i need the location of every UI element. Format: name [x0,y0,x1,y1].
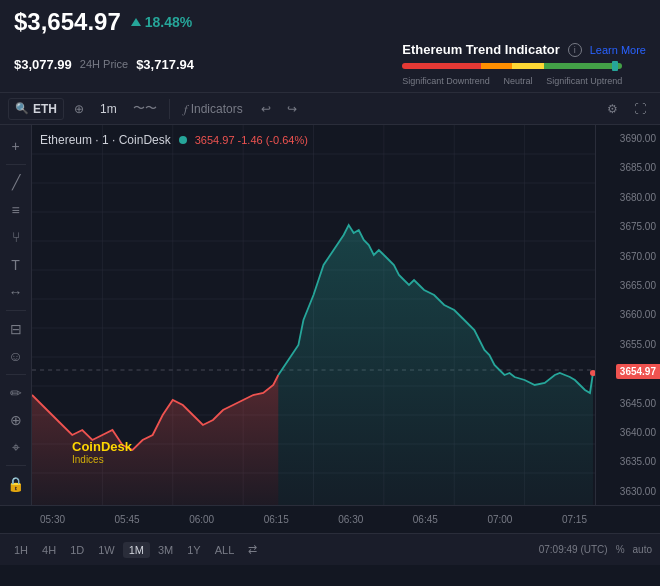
trend-bar-yellow [512,63,543,69]
timeframe-1y[interactable]: 1Y [181,542,206,558]
time-label-3: 06:00 [189,514,214,525]
timeframe-button[interactable]: 1m [94,99,123,119]
time-label-8: 07:15 [562,514,587,525]
price-tick-12: 3635.00 [600,456,656,467]
time-axis: 05:30 05:45 06:00 06:15 06:30 06:45 07:0… [0,505,660,533]
header-right: ⚙ ⛶ [601,99,652,119]
zoom-tool[interactable]: ⊕ [3,407,29,433]
price-tick-1: 3690.00 [600,133,656,144]
add-symbol-button[interactable]: ⊕ [68,99,90,119]
lock-tool[interactable]: 🔒 [3,471,29,497]
price-tick-3: 3680.00 [600,192,656,203]
tool-separator-4 [6,465,26,466]
chart-label: Ethereum · 1 · CoinDesk 3654.97 -1.46 (-… [40,133,308,147]
price-row: $3,077.99 24H Price $3,717.94 Ethereum T… [14,42,646,86]
trend-label-right: Significant Uptrend [546,76,622,86]
brush-tool[interactable]: ✏ [3,380,29,406]
time-label-7: 07:00 [487,514,512,525]
indicators-icon: 𝑓 [184,102,187,116]
chart-main[interactable]: Ethereum · 1 · CoinDesk 3654.97 -1.46 (-… [32,125,595,505]
symbol-text: ETH [33,102,57,116]
learn-more-link[interactable]: Learn More [590,44,646,56]
time-labels: 05:30 05:45 06:00 06:15 06:30 06:45 07:0… [40,514,652,525]
compare-button[interactable]: ⇄ [242,541,263,558]
time-label-6: 06:45 [413,514,438,525]
trend-bar [402,63,622,69]
timeframe-1h[interactable]: 1H [8,542,34,558]
tool-separator-1 [6,164,26,165]
watermark-indices: Indices [72,454,132,465]
search-icon: 🔍 [15,102,29,115]
measure-tool[interactable]: ↔ [3,279,29,305]
trend-bar-red [402,63,481,69]
pct-label: % [616,544,625,555]
fullscreen-button[interactable]: ⛶ [628,99,652,119]
time-label-2: 05:45 [115,514,140,525]
text-tool[interactable]: T [3,252,29,278]
trend-top-row: Ethereum Trend Indicator i Learn More [402,42,646,57]
auto-label: auto [633,544,652,555]
trend-labels: Significant Downtrend Neutral Significan… [402,76,622,86]
fork-tool[interactable]: ⑂ [3,224,29,250]
chart-container: + ╱ ≡ ⑂ T ↔ ⊟ ☺ ✏ ⊕ ⌖ 🔒 Ethereum · 1 · C… [0,125,660,505]
top-header: $3,654.97 18.48% $3,077.99 24H Price $3,… [0,0,660,93]
timeframe-1m[interactable]: 1M [123,542,150,558]
price-scale: 3690.00 3685.00 3680.00 3675.00 3670.00 … [595,125,660,505]
timeframe-1d[interactable]: 1D [64,542,90,558]
timeframe-4h[interactable]: 4H [36,542,62,558]
watermark-coindesk: CoinDesk [72,439,132,454]
indicators-button[interactable]: 𝑓 Indicators [176,99,251,119]
trend-section: Ethereum Trend Indicator i Learn More Si… [402,42,646,86]
bars-pattern-tool[interactable]: ⊟ [3,316,29,342]
trend-bar-container [402,63,622,69]
current-price: $3,654.97 [14,8,121,36]
price-tick-13: 3630.00 [600,486,656,497]
price-tick-5: 3670.00 [600,251,656,262]
chart-price-info: 3654.97 -1.46 (-0.64%) [195,134,308,146]
price-label-24h: 24H Price [80,58,128,70]
bottom-right: 07:09:49 (UTC) % auto [539,544,652,555]
price-main: $3,654.97 18.48% [14,8,646,36]
trend-bar-green [544,63,623,69]
undo-button[interactable]: ↩ [255,99,277,119]
price-change-pct: 18.48% [145,14,192,30]
arrow-up-icon [131,18,141,26]
price-high: $3,717.94 [136,57,194,72]
price-low: $3,077.99 [14,57,72,72]
settings-button[interactable]: ⚙ [601,99,624,119]
info-icon[interactable]: i [568,43,582,57]
time-label-5: 06:30 [338,514,363,525]
price-tick-2: 3685.00 [600,162,656,173]
trend-label-left: Significant Downtrend [402,76,490,86]
indicators-label: Indicators [191,102,243,116]
crosshair-tool[interactable]: + [3,133,29,159]
redo-button[interactable]: ↪ [281,99,303,119]
live-dot [179,136,187,144]
current-price-badge: 3654.97 [616,364,660,379]
timeframe-1w[interactable]: 1W [92,542,121,558]
trend-label-center: Neutral [504,76,533,86]
trend-bar-orange [481,63,512,69]
watermark: CoinDesk Indices [72,439,132,465]
chart-header-row: 🔍 ETH ⊕ 1m 〜〜 𝑓 Indicators ↩ ↪ ⚙ ⛶ [0,93,660,125]
timeframe-3m[interactable]: 3M [152,542,179,558]
emoji-tool[interactable]: ☺ [3,343,29,369]
tool-separator-2 [6,310,26,311]
timeframe-all[interactable]: ALL [209,542,241,558]
price-tick-6: 3665.00 [600,280,656,291]
time-label-1: 05:30 [40,514,65,525]
price-tick-8: 3655.00 [600,339,656,350]
chart-type-button[interactable]: 〜〜 [127,97,163,120]
horizontal-line-tool[interactable]: ≡ [3,197,29,223]
magnet-tool[interactable]: ⌖ [3,435,29,461]
symbol-search[interactable]: 🔍 ETH [8,98,64,120]
chart-title: Ethereum · 1 · CoinDesk [40,133,171,147]
trend-title: Ethereum Trend Indicator [402,42,559,57]
time-label-4: 06:15 [264,514,289,525]
line-tool[interactable]: ╱ [3,169,29,195]
price-change: 18.48% [131,14,192,30]
separator-1 [169,99,170,119]
price-tick-10: 3645.00 [600,398,656,409]
trend-right: Ethereum Trend Indicator i Learn More Si… [402,42,646,86]
tool-separator-3 [6,374,26,375]
